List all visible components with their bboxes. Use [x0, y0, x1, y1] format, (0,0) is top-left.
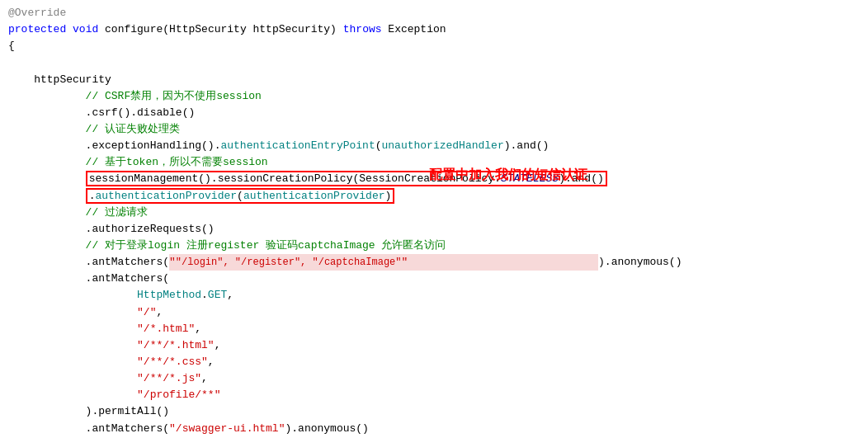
line-comment-login: // 对于登录login 注册register 验证码captchaImage …	[8, 238, 860, 254]
line-blank	[8, 54, 860, 71]
code-block: @Override protected void configure(HttpS…	[0, 0, 868, 438]
line-httpmethod-get: HttpMethod.GET,	[8, 287, 860, 304]
line-exception-handling: .exceptionHandling().authenticationEntry…	[8, 138, 860, 154]
line-comment-token: // 基于token，所以不需要session	[8, 154, 860, 171]
line-str-profile: "/profile/**"	[8, 387, 860, 403]
line-str-js: "/**/*.js",	[8, 370, 860, 387]
line-comment-auth: // 认证失败处理类	[8, 121, 860, 138]
line-auth-provider: .authenticationProvider(authenticationPr…	[8, 188, 860, 205]
line-method-sig: protected void configure(HttpSecurity ht…	[8, 21, 860, 38]
line-csrf-disable: .csrf().disable()	[8, 105, 860, 121]
line-permit-all: ).permitAll()	[8, 403, 860, 420]
line-authorize-requests: .authorizeRequests()	[8, 221, 860, 238]
line-comment-filter: // 过滤请求	[8, 205, 860, 221]
line-override: @Override	[8, 5, 860, 21]
line-httpsecurity: httpSecurity	[8, 72, 860, 88]
line-ant-swagger-ui: .antMatchers("/swagger-ui.html").anonymo…	[8, 421, 860, 437]
line-session-mgmt: sessionManagement().sessionCreationPolic…	[8, 171, 860, 187]
line-str-css: "/**/*.css",	[8, 354, 860, 370]
line-str-html2: "/**/*.html",	[8, 337, 860, 354]
line-comment-csrf: // CSRF禁用，因为不使用session	[8, 88, 860, 105]
line-str-root: "/",	[8, 304, 860, 321]
line-antmatchers-open: .antMatchers(	[8, 271, 860, 287]
line-str-html1: "/*.html",	[8, 321, 860, 337]
line-brace-open: {	[8, 38, 860, 54]
line-antmatchers-long: .antMatchers(""/login", "/register", "/c…	[8, 254, 860, 271]
